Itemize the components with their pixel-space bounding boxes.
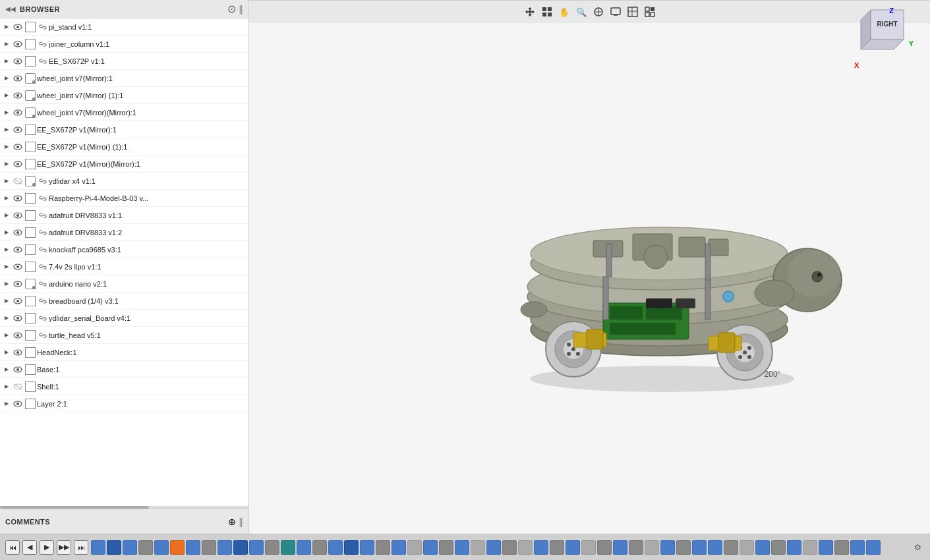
- tree-item-7[interactable]: ▶EE_SX672P v1(Mirror):1: [0, 121, 248, 138]
- tree-item-21[interactable]: ▶Base:1: [0, 361, 248, 378]
- expand-arrow-17[interactable]: ▶: [1, 296, 12, 306]
- tree-item-22[interactable]: ▶Shell:1: [0, 378, 248, 395]
- visibility-eye-9[interactable]: [12, 158, 24, 170]
- visibility-eye-5[interactable]: [12, 90, 24, 101]
- toolbar-display-btn[interactable]: [608, 4, 624, 20]
- svg-point-31: [16, 283, 19, 285]
- timeline-prev-btn[interactable]: ◀: [22, 540, 37, 555]
- expand-arrow-13[interactable]: ▶: [1, 227, 12, 238]
- visibility-eye-2[interactable]: [12, 38, 24, 50]
- visibility-eye-3[interactable]: [12, 55, 24, 67]
- tree-item-18[interactable]: ▶ydlidar_serial_Board v4:1: [0, 310, 248, 327]
- visibility-eye-21[interactable]: [12, 364, 24, 376]
- tl-icon-12: [265, 540, 279, 555]
- visibility-eye-18[interactable]: [12, 312, 24, 324]
- visibility-eye-19[interactable]: [12, 329, 24, 341]
- visibility-eye-6[interactable]: [12, 107, 24, 119]
- toolbar-fit-btn[interactable]: [591, 4, 606, 20]
- visibility-eye-16[interactable]: [12, 278, 24, 290]
- visibility-eye-8[interactable]: [12, 141, 24, 153]
- toolbar-grid2-btn[interactable]: [625, 4, 641, 20]
- tree-item-2[interactable]: ▶joiner_column v1:1: [0, 36, 248, 53]
- visibility-eye-20[interactable]: [12, 347, 24, 358]
- timeline-settings-btn[interactable]: ⚙: [910, 540, 925, 555]
- visibility-eye-13[interactable]: [12, 227, 24, 238]
- tree-item-12[interactable]: ▶adafruit DRV8833 v1:1: [0, 207, 248, 224]
- tree-item-13[interactable]: ▶adafruit DRV8833 v1:2: [0, 224, 248, 241]
- toolbar-view-btn[interactable]: [642, 4, 658, 20]
- expand-arrow-10[interactable]: ▶: [1, 176, 12, 186]
- expand-arrow-21[interactable]: ▶: [1, 364, 12, 375]
- visibility-eye-23[interactable]: [12, 398, 24, 410]
- item-label-14: knockaff pca9685 v3:1: [49, 246, 246, 254]
- tree-item-9[interactable]: ▶EE_SX672P v1(Mirror)(Mirror):1: [0, 155, 248, 173]
- visibility-eye-7[interactable]: [12, 124, 24, 136]
- view-cube[interactable]: Z RIGHT X Y: [848, 7, 920, 86]
- tl-icon-48: [834, 540, 849, 555]
- expand-arrow-22[interactable]: ▶: [1, 381, 12, 392]
- visibility-eye-11[interactable]: [12, 192, 24, 204]
- 3d-viewport[interactable]: Z RIGHT X Y: [249, 0, 930, 534]
- visibility-eye-1[interactable]: [12, 21, 24, 33]
- expand-arrow-12[interactable]: ▶: [1, 210, 12, 221]
- timeline-start-btn[interactable]: ⏮: [5, 540, 20, 555]
- svg-point-73: [576, 352, 580, 356]
- tree-item-1[interactable]: ▶pi_stand v1:1: [0, 18, 248, 36]
- tree-item-17[interactable]: ▶breadboard (1/4) v3:1: [0, 293, 248, 310]
- expand-arrow-9[interactable]: ▶: [1, 159, 12, 169]
- visibility-eye-4[interactable]: [12, 72, 24, 84]
- expand-arrow-18[interactable]: ▶: [1, 313, 12, 323]
- visibility-eye-14[interactable]: [12, 244, 24, 256]
- item-label-9: EE_SX672P v1(Mirror)(Mirror):1: [37, 160, 246, 168]
- expand-arrow-20[interactable]: ▶: [1, 347, 12, 358]
- collapse-icon[interactable]: ◀◀: [5, 5, 16, 13]
- visibility-eye-17[interactable]: [12, 295, 24, 307]
- tree-item-4[interactable]: ▶wheel_joint v7(Mirror):1: [0, 70, 248, 87]
- tree-item-19[interactable]: ▶turtle_head v5:1: [0, 327, 248, 344]
- tree-item-20[interactable]: ▶HeadNeck:1: [0, 344, 248, 361]
- tree-item-3[interactable]: ▶EE_SX672P v1:1: [0, 53, 248, 70]
- tree-item-23[interactable]: ▶Layer 2:1: [0, 395, 248, 412]
- expand-arrow-8[interactable]: ▶: [1, 142, 12, 152]
- expand-arrow-11[interactable]: ▶: [1, 193, 12, 204]
- timeline-play-btn[interactable]: ▶: [40, 540, 54, 555]
- toolbar-move-btn[interactable]: [522, 4, 538, 20]
- tree-item-16[interactable]: ▶arduino nano v2:1: [0, 275, 248, 293]
- toolbar-grid-btn[interactable]: [539, 4, 555, 20]
- timeline-end-btn[interactable]: ⏭: [74, 540, 88, 555]
- comments-add-icon[interactable]: ⊕: [228, 517, 236, 527]
- expand-arrow-5[interactable]: ▶: [1, 90, 12, 101]
- tree-item-10[interactable]: ▶ydlidar x4 v1:1: [0, 173, 248, 190]
- browser-menu-icon[interactable]: ⊙: [227, 3, 236, 15]
- expand-arrow-14[interactable]: ▶: [1, 244, 12, 255]
- visibility-eye-12[interactable]: [12, 210, 24, 221]
- expand-arrow-1[interactable]: ▶: [1, 22, 12, 32]
- timeline-next-btn[interactable]: ▶▶: [57, 540, 71, 555]
- tl-icon-8: [202, 540, 216, 555]
- expand-arrow-6[interactable]: ▶: [1, 107, 12, 118]
- tree-item-15[interactable]: ▶7.4v 2s lipo v1:1: [0, 258, 248, 275]
- item-box-17: [25, 296, 36, 306]
- expand-arrow-4[interactable]: ▶: [1, 73, 12, 84]
- toolbar-zoom-btn[interactable]: 🔍: [573, 4, 589, 20]
- expand-arrow-16[interactable]: ▶: [1, 279, 12, 289]
- expand-arrow-15[interactable]: ▶: [1, 262, 12, 272]
- visibility-eye-10[interactable]: [12, 175, 24, 187]
- expand-arrow-7[interactable]: ▶: [1, 125, 12, 135]
- tree-item-8[interactable]: ▶EE_SX672P v1(Mirror) (1):1: [0, 138, 248, 155]
- svg-rect-61: [676, 298, 695, 308]
- toolbar-pan-btn[interactable]: ✋: [556, 4, 572, 20]
- item-box-1: [25, 22, 36, 32]
- tree-item-5[interactable]: ▶wheel_joint v7(Mirror) (1):1: [0, 87, 248, 104]
- expand-arrow-19[interactable]: ▶: [1, 330, 12, 341]
- tree-item-11[interactable]: ▶Raspberry-Pi-4-Model-B-03 v...: [0, 190, 248, 207]
- visibility-eye-15[interactable]: [12, 261, 24, 273]
- visibility-eye-22[interactable]: [12, 381, 24, 393]
- tree-item-14[interactable]: ▶knockaff pca9685 v3:1: [0, 241, 248, 258]
- expand-arrow-2[interactable]: ▶: [1, 39, 12, 49]
- expand-arrow-23[interactable]: ▶: [1, 399, 12, 409]
- resize-handle[interactable]: ‖: [239, 4, 243, 14]
- expand-arrow-3[interactable]: ▶: [1, 56, 12, 67]
- comments-resize-handle[interactable]: ‖: [239, 517, 243, 527]
- tree-item-6[interactable]: ▶wheel_joint v7(Mirror)(Mirror):1: [0, 104, 248, 121]
